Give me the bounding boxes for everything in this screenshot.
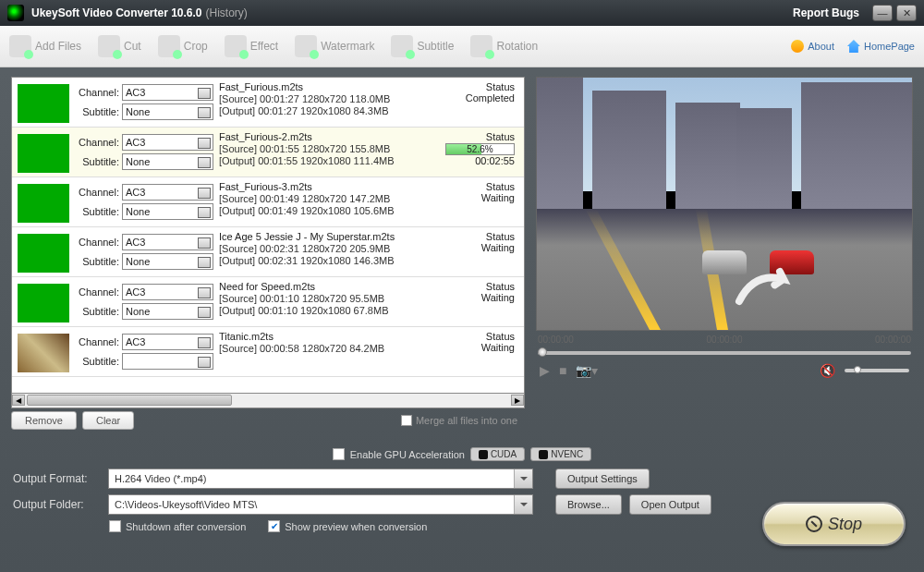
gpu-checkbox[interactable] <box>333 448 345 460</box>
video-preview <box>536 77 913 331</box>
show-preview-checkbox[interactable]: ✔Show preview when conversion <box>268 520 427 532</box>
output-settings-button[interactable]: Output Settings <box>555 469 650 489</box>
source-info: [Source] 00:02:31 1280x720 205.9MB <box>219 243 444 254</box>
effect-icon <box>225 35 247 57</box>
volume-slider[interactable] <box>845 369 909 372</box>
channel-select[interactable]: AC3 <box>122 334 213 350</box>
source-info: [Source] 00:01:27 1280x720 118.0MB <box>219 93 444 104</box>
thumbnail <box>18 234 69 273</box>
chevron-down-icon <box>514 469 532 488</box>
output-format-select[interactable]: H.264 Video (*.mp4) <box>108 469 533 489</box>
file-item[interactable]: Channel:AC3 Subtitle:None Fast_Furious.m… <box>12 78 524 128</box>
subtitle-label: Subtitle: <box>75 106 119 117</box>
app-logo-icon <box>7 5 24 21</box>
about-link[interactable]: About <box>791 40 834 53</box>
channel-label: Channel: <box>75 336 119 347</box>
file-item[interactable]: Channel:AC3 Subtitle:None Ice Age 5 Jess… <box>12 227 524 277</box>
minimize-button[interactable]: — <box>872 5 893 21</box>
channel-label: Channel: <box>75 137 119 148</box>
output-info: [Output] 00:01:27 1920x1080 84.3MB <box>219 105 444 116</box>
subtitle-select[interactable]: None <box>122 203 213 220</box>
subtitle-select[interactable]: None <box>122 303 213 320</box>
add-files-icon <box>9 35 31 57</box>
status-column: StatusWaiting <box>444 231 518 273</box>
gpu-label: Enable GPU Acceleration <box>350 449 465 460</box>
file-list[interactable]: Channel:AC3 Subtitle:None Fast_Furious.m… <box>11 77 525 394</box>
output-info: [Output] 00:01:49 1920x1080 105.6MB <box>219 205 444 216</box>
subtitle-label: Subtitle: <box>75 156 119 167</box>
thumbnail <box>18 334 69 372</box>
channel-select[interactable]: AC3 <box>122 84 213 101</box>
output-folder-select[interactable]: C:\Videos-Ukeysoft\Video MTS\ <box>108 494 533 515</box>
file-name: Need for Speed.m2ts <box>219 281 444 292</box>
watermark-button[interactable]: Watermark <box>295 35 374 57</box>
play-button[interactable]: ▶ <box>540 363 550 378</box>
channel-select[interactable]: AC3 <box>122 184 213 201</box>
title-history: (History) <box>206 6 248 19</box>
seek-slider[interactable] <box>536 348 913 358</box>
time-row: 00:00:00 00:00:00 00:00:00 <box>536 331 913 348</box>
subtitle-select[interactable] <box>122 353 213 370</box>
time-total: 00:00:00 <box>875 335 911 345</box>
snapshot-button[interactable]: 📷▾ <box>576 363 598 378</box>
subtitle-button[interactable]: Subtitle <box>391 35 454 57</box>
stop-button[interactable]: Stop <box>762 502 906 546</box>
channel-select[interactable]: AC3 <box>122 134 213 151</box>
subtitle-label: Subtitle: <box>75 256 119 267</box>
time-current: 00:00:00 <box>538 335 574 345</box>
channel-select[interactable]: AC3 <box>122 234 213 250</box>
toolbar: Add Files Cut Crop Effect Watermark Subt… <box>0 26 924 67</box>
source-info: [Source] 00:01:55 1280x720 155.8MB <box>219 143 444 154</box>
output-info: [Output] 00:01:55 1920x1080 111.4MB <box>219 155 444 166</box>
remove-button[interactable]: Remove <box>11 411 77 430</box>
shutdown-checkbox[interactable]: Shutdown after conversion <box>109 520 246 532</box>
home-icon <box>847 40 860 53</box>
time-mid: 00:00:00 <box>707 335 743 345</box>
cut-icon <box>98 35 120 57</box>
open-output-button[interactable]: Open Output <box>629 494 711 515</box>
file-item[interactable]: Channel:AC3 Subtitle: Titanic.m2ts [Sour… <box>12 327 524 377</box>
file-name: Fast_Furious-3.m2ts <box>219 181 444 192</box>
stop-playback-button[interactable]: ■ <box>559 363 566 378</box>
thumbnail <box>18 84 69 123</box>
app-title: UkeySoft Video Converter 10.6.0 <box>31 6 202 19</box>
thumbnail <box>18 284 69 323</box>
file-item[interactable]: Channel:AC3 Subtitle:None Need for Speed… <box>12 277 524 327</box>
report-bugs-link[interactable]: Report Bugs <box>793 6 859 19</box>
watermark-icon <box>295 35 317 57</box>
file-name: Ice Age 5 Jessie J - My Superstar.m2ts <box>219 231 444 242</box>
rotation-button[interactable]: Rotation <box>470 35 538 57</box>
subtitle-select[interactable]: None <box>122 153 213 170</box>
volume-icon[interactable]: 🔇 <box>820 363 835 378</box>
cut-button[interactable]: Cut <box>98 35 141 57</box>
file-name: Fast_Furious-2.m2ts <box>219 131 444 142</box>
crop-button[interactable]: Crop <box>158 35 208 57</box>
file-name: Fast_Furious.m2ts <box>219 81 444 92</box>
subtitle-label: Subtitle: <box>75 356 119 367</box>
channel-label: Channel: <box>75 87 119 98</box>
subtitle-select[interactable]: None <box>122 103 213 120</box>
stop-icon <box>806 516 822 532</box>
output-folder-label: Output Folder: <box>13 498 101 511</box>
channel-select[interactable]: AC3 <box>122 284 213 300</box>
output-info: [Output] 00:01:10 1920x1080 67.8MB <box>219 305 444 316</box>
chevron-down-icon <box>514 495 532 514</box>
effect-button[interactable]: Effect <box>225 35 278 57</box>
subtitle-label: Subtitle: <box>75 306 119 317</box>
status-column: StatusWaiting <box>444 281 518 323</box>
output-info: [Output] 00:02:31 1920x1080 146.3MB <box>219 255 444 266</box>
homepage-link[interactable]: HomePage <box>847 40 915 53</box>
add-files-button[interactable]: Add Files <box>9 35 81 57</box>
clear-button[interactable]: Clear <box>82 411 134 430</box>
browse-button[interactable]: Browse... <box>555 494 622 515</box>
subtitle-select[interactable]: None <box>122 253 213 270</box>
crop-icon <box>158 35 180 57</box>
channel-label: Channel: <box>75 286 119 298</box>
file-item[interactable]: Channel:AC3 Subtitle:None Fast_Furious-3… <box>12 177 524 227</box>
file-name: Titanic.m2ts <box>219 331 444 342</box>
close-button[interactable]: ✕ <box>896 5 917 21</box>
file-item[interactable]: Channel:AC3 Subtitle:None Fast_Furious-2… <box>12 128 524 177</box>
horizontal-scrollbar[interactable]: ◀▶ <box>11 394 525 408</box>
source-info: [Source] 00:01:10 1280x720 95.5MB <box>219 293 444 304</box>
merge-checkbox[interactable]: Merge all files into one <box>401 415 517 426</box>
